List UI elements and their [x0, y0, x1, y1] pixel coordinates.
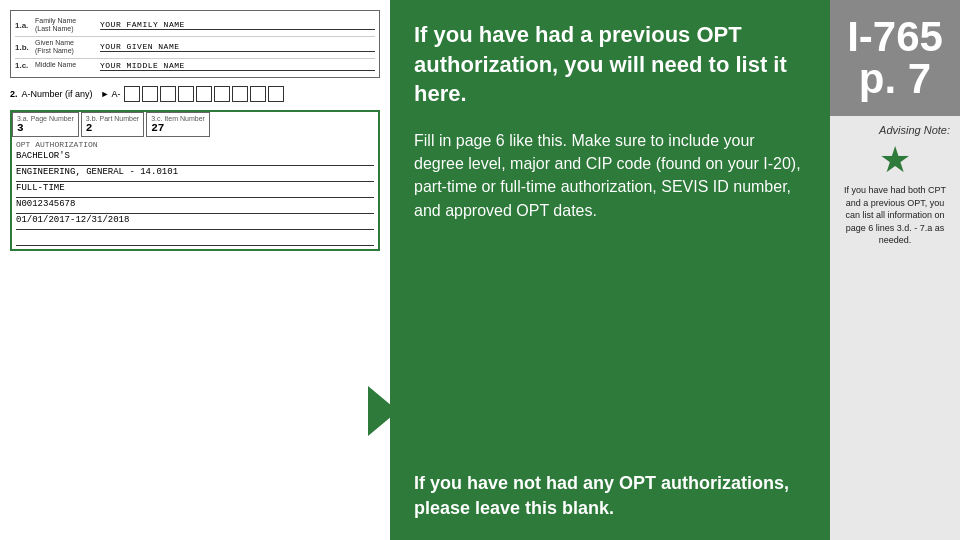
- part-number-label: 3.b. Part Number: [86, 115, 139, 122]
- opt-auth-label: OPT AUTHORIZATION: [16, 140, 374, 149]
- a-box-2: [142, 86, 158, 102]
- opt-line-1: BACHELOR'S: [16, 150, 374, 166]
- middle-panel: If you have had a previous OPT authoriza…: [390, 0, 830, 540]
- middle-name-label: Middle Name: [35, 61, 100, 69]
- a-box-5: [196, 86, 212, 102]
- advising-note-box: Advising Note: ★ If you have had both CP…: [830, 116, 960, 540]
- part-number-cell: 3.b. Part Number 2: [81, 112, 144, 137]
- a-box-4: [178, 86, 194, 102]
- row-number-1a: 1.a.: [15, 21, 35, 30]
- opt-line-3: FULL-TIME: [16, 182, 374, 198]
- family-name-row: 1.a. Family Name (Last Name) YOUR FAMILY…: [15, 15, 375, 37]
- row-number-1c: 1.c.: [15, 61, 35, 70]
- star-icon: ★: [840, 142, 950, 178]
- a-box-8: [250, 86, 266, 102]
- a-number-prefix: ► A-: [101, 89, 121, 99]
- a-box-7: [232, 86, 248, 102]
- middle-name-row: 1.c. Middle Name YOUR MIDDLE NAME: [15, 59, 375, 73]
- row-number-1b: 1.b.: [15, 43, 35, 52]
- part-number-value: 2: [86, 122, 139, 134]
- bottom-instruction-text: If you have not had any OPT authorizatio…: [414, 471, 806, 520]
- item-number-value: 27: [151, 122, 205, 134]
- name-section: 1.a. Family Name (Last Name) YOUR FAMILY…: [10, 10, 380, 78]
- page6-lines: OPT AUTHORIZATION BACHELOR'S ENGINEERING…: [12, 137, 378, 249]
- a-number-label: A-Number (if any): [22, 89, 93, 99]
- advising-note-text: If you have had both CPT and a previous …: [840, 184, 950, 247]
- opt-line-2: ENGINEERING, GENERAL - 14.0101: [16, 166, 374, 182]
- page-number-value: 3: [17, 122, 74, 134]
- main-instruction-text: If you have had a previous OPT authoriza…: [414, 20, 806, 109]
- page6-header: 3.a. Page Number 3 3.b. Part Number 2 3.…: [12, 112, 378, 137]
- svg-marker-0: [368, 386, 398, 436]
- family-name-label: Family Name (Last Name): [35, 17, 100, 34]
- form-id-box: I-765 p. 7: [830, 0, 960, 116]
- page-number-cell: 3.a. Page Number 3: [12, 112, 79, 137]
- given-name-label: Given Name (First Name): [35, 39, 100, 56]
- opt-line-4: N0012345678: [16, 198, 374, 214]
- given-name-row: 1.b. Given Name (First Name) YOUR GIVEN …: [15, 37, 375, 59]
- form-panel: 1.a. Family Name (Last Name) YOUR FAMILY…: [0, 0, 390, 540]
- a-box-1: [124, 86, 140, 102]
- item-number-label: 3.c. Item Number: [151, 115, 205, 122]
- opt-line-5: 01/01/2017-12/31/2018: [16, 214, 374, 230]
- given-name-value: YOUR GIVEN NAME: [100, 42, 375, 52]
- a-number-field-num: 2.: [10, 89, 18, 99]
- a-box-9: [268, 86, 284, 102]
- page6-section: 3.a. Page Number 3 3.b. Part Number 2 3.…: [10, 110, 380, 251]
- a-number-row: 2. A-Number (if any) ► A-: [10, 86, 380, 102]
- a-number-boxes: [124, 86, 284, 102]
- form-id-text: I-765 p. 7: [840, 16, 950, 100]
- page-number-label: 3.a. Page Number: [17, 115, 74, 122]
- green-right-arrow: [368, 386, 398, 436]
- a-box-3: [160, 86, 176, 102]
- opt-line-6: [16, 230, 374, 246]
- right-panel: I-765 p. 7 Advising Note: ★ If you have …: [830, 0, 960, 540]
- family-name-value: YOUR FAMILY NAME: [100, 20, 375, 30]
- middle-name-value: YOUR MIDDLE NAME: [100, 61, 375, 71]
- green-arrow-container: [368, 386, 398, 440]
- a-box-6: [214, 86, 230, 102]
- secondary-instruction-text: Fill in page 6 like this. Make sure to i…: [414, 129, 806, 222]
- advising-label: Advising Note:: [840, 124, 950, 136]
- item-number-cell: 3.c. Item Number 27: [146, 112, 210, 137]
